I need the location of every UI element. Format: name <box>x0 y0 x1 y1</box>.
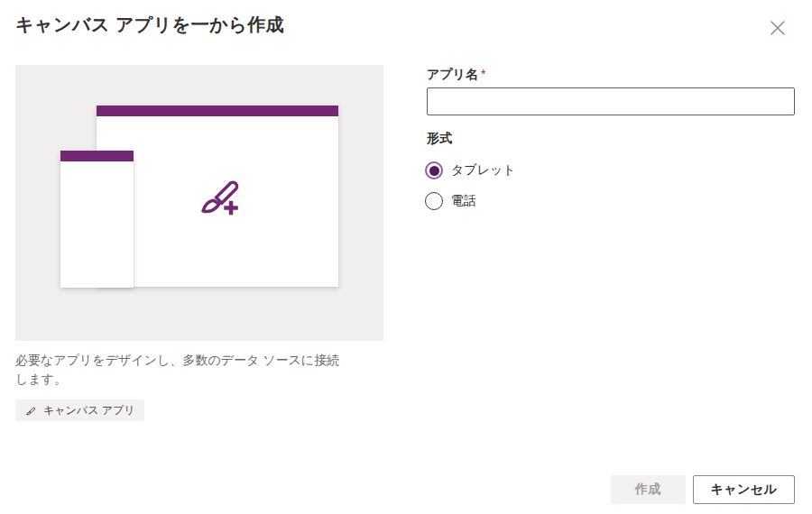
badge-label: キャンバス アプリ <box>43 403 135 418</box>
create-button[interactable]: 作成 <box>611 475 686 504</box>
create-canvas-app-dialog: キャンバス アプリを一から作成 必要なアプリをデザインし、多数のデータ ソー <box>0 0 812 514</box>
app-name-label-text: アプリ名 <box>427 67 478 81</box>
required-asterisk: * <box>481 67 485 81</box>
phone-preview-card <box>60 151 134 288</box>
close-button[interactable] <box>769 20 787 38</box>
format-label: 形式 <box>427 131 452 147</box>
app-name-input[interactable] <box>427 87 795 115</box>
radio-dot <box>429 166 439 176</box>
radio-option-phone[interactable]: 電話 <box>425 192 476 210</box>
app-preview-panel <box>15 65 383 341</box>
tablet-card-header-bar <box>97 106 338 116</box>
paintbrush-plus-icon <box>189 167 245 223</box>
radio-selected-icon[interactable] <box>425 161 443 179</box>
radio-unselected-icon[interactable] <box>425 192 443 210</box>
app-name-label: アプリ名* <box>427 67 485 83</box>
paintbrush-icon <box>23 404 37 418</box>
page-title: キャンバス アプリを一から作成 <box>15 13 284 37</box>
cancel-button[interactable]: キャンセル <box>693 475 795 504</box>
radio-option-tablet[interactable]: タブレット <box>425 161 516 179</box>
app-description: 必要なアプリをデザインし、多数のデータ ソースに接続します。 <box>15 351 342 389</box>
radio-option-phone-label: 電話 <box>451 193 476 209</box>
canvas-app-badge: キャンバス アプリ <box>15 399 144 421</box>
phone-card-header-bar <box>60 151 134 161</box>
radio-option-tablet-label: タブレット <box>451 162 516 179</box>
close-icon <box>770 20 786 36</box>
